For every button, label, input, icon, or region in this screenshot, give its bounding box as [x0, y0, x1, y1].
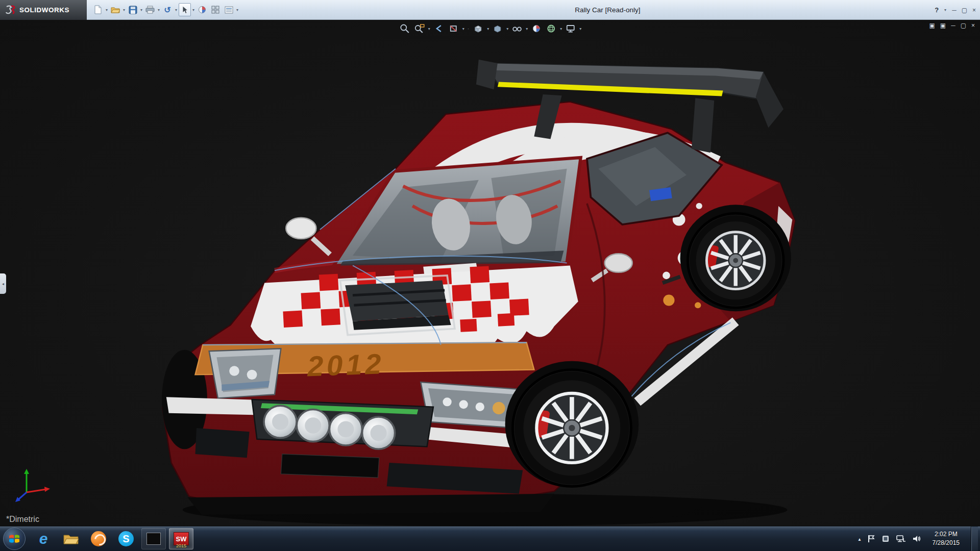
open-button[interactable]: [109, 3, 121, 16]
options-button[interactable]: [223, 3, 235, 16]
hud-separator: ·: [467, 26, 470, 32]
open-dropdown-caret[interactable]: ▾: [122, 8, 126, 12]
view-settings-dropdown-caret[interactable]: ▾: [579, 27, 582, 31]
select-button[interactable]: [179, 3, 191, 16]
triad-x-axis: [44, 487, 50, 492]
view-orientation-cube-icon: [473, 23, 484, 34]
solidworks-version-badge: 2015: [176, 543, 186, 548]
start-button[interactable]: [3, 528, 26, 550]
car-year-decal: 2012: [306, 348, 385, 383]
show-desktop-button[interactable]: [971, 527, 978, 551]
apply-scene-button[interactable]: [545, 22, 558, 35]
file-properties-button[interactable]: [209, 3, 222, 16]
options-dropdown-caret[interactable]: ▾: [236, 8, 239, 12]
skype-icon: S: [118, 531, 134, 546]
edit-appearance-button[interactable]: [196, 3, 208, 16]
orientation-dropdown-caret[interactable]: ▾: [486, 27, 489, 31]
previous-view-button[interactable]: [432, 22, 446, 35]
internet-explorer-icon: e: [39, 531, 48, 546]
help-button[interactable]: ?: [935, 6, 939, 14]
save-dropdown-caret[interactable]: ▾: [140, 8, 143, 12]
hide-show-items-button[interactable]: [510, 22, 524, 35]
sw-letters: SW: [176, 535, 187, 543]
save-floppy-icon: [129, 6, 137, 14]
section-view-icon: [448, 23, 459, 34]
restore-document-button[interactable]: ▢: [961, 22, 966, 29]
print-dropdown-caret[interactable]: ▾: [157, 8, 160, 12]
front-wheel[interactable]: [512, 370, 631, 487]
network-icon[interactable]: [896, 534, 906, 543]
title-bar: SOLIDWORKS ▾ ▾ ▾ ▾: [0, 0, 980, 20]
collapsed-panel-tab[interactable]: ◂: [0, 273, 6, 294]
window-title: Rally Car [Read-only]: [575, 0, 640, 20]
clock-date: 7/28/2015: [933, 539, 960, 547]
scene-dropdown-caret[interactable]: ▾: [559, 27, 562, 31]
section-view-button[interactable]: [447, 22, 460, 35]
help-dropdown-caret[interactable]: ▾: [944, 8, 947, 12]
appearance-ball-icon: [198, 6, 206, 14]
standard-toolbar: ▾ ▾ ▾ ▾ ↺ ▾ ▾: [87, 3, 239, 16]
graphics-area[interactable]: 2012: [0, 20, 980, 526]
new-window-button[interactable]: ▣: [929, 22, 935, 29]
rally-car-model[interactable]: 2012: [0, 20, 980, 526]
taskbar-command-prompt[interactable]: [141, 528, 166, 549]
bumper-vent-left: [195, 428, 250, 458]
section-dropdown-caret[interactable]: ▾: [462, 27, 465, 31]
apply-scene-globe-icon: [546, 23, 557, 34]
taskbar-windows-explorer[interactable]: [59, 528, 83, 549]
maximize-window-button[interactable]: ▢: [962, 7, 967, 14]
taskbar-media-player[interactable]: [86, 528, 111, 549]
grid-icon: [211, 6, 219, 14]
volume-icon[interactable]: [912, 535, 921, 543]
save-button[interactable]: [127, 3, 139, 16]
tray-clock[interactable]: 2:02 PM 7/28/2015: [927, 530, 965, 548]
triad-y-axis: [24, 469, 29, 474]
previous-view-icon: [433, 23, 445, 34]
view-orientation-label: *Dimetric: [6, 515, 39, 524]
windows-taskbar: e S SW 2015 ▴: [0, 526, 980, 551]
skype-letter: S: [122, 533, 129, 545]
folder-icon: [63, 532, 79, 545]
print-icon: [145, 6, 155, 14]
options-list-icon: [225, 6, 233, 14]
taskbar-internet-explorer[interactable]: e: [31, 528, 56, 549]
close-window-button[interactable]: ×: [972, 7, 976, 14]
hide-show-glasses-icon: [511, 23, 523, 34]
media-player-icon: [91, 531, 106, 546]
cascade-windows-button[interactable]: ▣: [940, 22, 946, 29]
taskbar-solidworks[interactable]: SW 2015: [169, 528, 193, 549]
close-document-button[interactable]: ×: [971, 22, 975, 29]
taskbar-skype[interactable]: S: [114, 528, 138, 549]
select-dropdown-caret[interactable]: ▾: [192, 8, 195, 12]
hide-show-dropdown-caret[interactable]: ▾: [525, 27, 528, 31]
new-dropdown-caret[interactable]: ▾: [105, 8, 108, 12]
edit-appearance-hud-button[interactable]: [530, 22, 543, 35]
zoom-to-area-button[interactable]: [413, 22, 426, 35]
undo-dropdown-caret[interactable]: ▾: [175, 8, 178, 12]
license-plate[interactable]: [281, 454, 379, 478]
tray-app-icon[interactable]: [881, 535, 890, 543]
minimize-document-button[interactable]: ─: [951, 22, 955, 29]
display-style-button[interactable]: [491, 22, 504, 35]
print-button[interactable]: [144, 3, 156, 16]
orientation-triad: [13, 466, 54, 507]
action-center-flag-icon[interactable]: [867, 534, 875, 543]
solidworks-logo-icon: [5, 5, 16, 15]
view-settings-button[interactable]: [564, 22, 577, 35]
new-document-button[interactable]: [92, 3, 104, 16]
display-style-dropdown-caret[interactable]: ▾: [506, 27, 509, 31]
left-headlight[interactable]: [209, 348, 281, 398]
titlebar-right-controls: ? ▾ ─ ▢ ×: [935, 0, 976, 20]
edit-appearance-ball-icon: [531, 23, 542, 34]
brand-text: SOLIDWORKS: [19, 6, 69, 14]
document-window-controls: ▣ ▣ ─ ▢ ×: [929, 22, 975, 29]
heads-up-view-toolbar: ▾ ▾ · ▾ ▾: [398, 21, 582, 36]
rear-wheel[interactable]: [688, 213, 783, 308]
zoom-dropdown-caret[interactable]: ▾: [428, 27, 431, 31]
undo-button[interactable]: ↺: [161, 3, 174, 16]
minimize-window-button[interactable]: ─: [952, 7, 957, 14]
select-arrow-icon: [181, 6, 188, 14]
view-orientation-button[interactable]: [472, 22, 485, 35]
zoom-to-fit-button[interactable]: [398, 22, 411, 35]
show-hidden-icons-button[interactable]: ▴: [859, 536, 861, 542]
